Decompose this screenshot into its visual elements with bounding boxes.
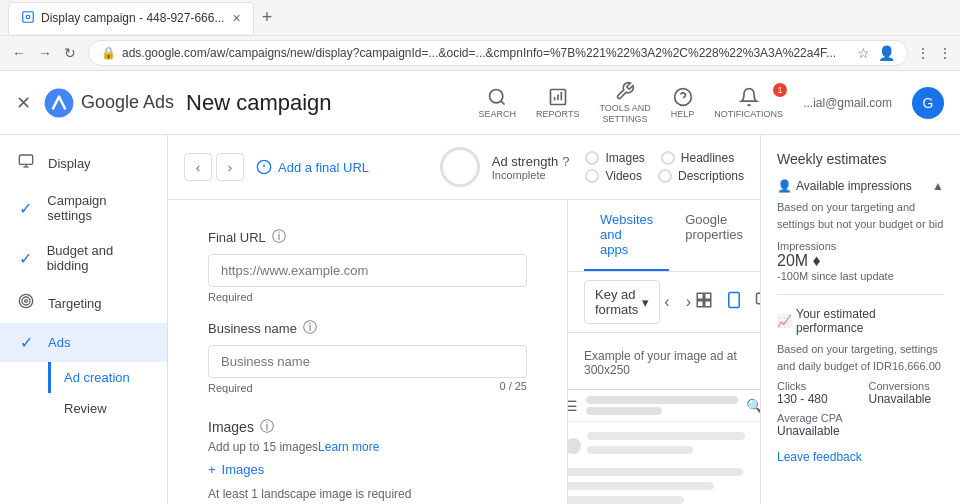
sidebar-sub-item-ad-creation[interactable]: Ad creation: [48, 362, 167, 393]
phone-preview: ☰ 🔍: [568, 389, 760, 504]
browser-tab[interactable]: Display campaign - 448-927-666... ×: [8, 2, 254, 34]
ad-strength-label: Ad strength: [492, 154, 559, 169]
next-step-button[interactable]: ›: [216, 153, 244, 181]
svg-rect-0: [23, 11, 34, 22]
images-info-icon[interactable]: ⓘ: [260, 418, 274, 436]
bookmark-icon[interactable]: ☆: [857, 45, 870, 61]
info-icon: [256, 159, 272, 175]
notifications-nav-item[interactable]: 1 NOTIFICATIONS: [714, 87, 783, 119]
url-bar[interactable]: 🔒 ads.google.com/aw/campaigns/new/displa…: [88, 40, 908, 66]
preview-prev-button[interactable]: ‹: [660, 289, 673, 315]
sidebar-item-ads[interactable]: ✓ Ads: [0, 323, 167, 362]
business-name-input[interactable]: [208, 345, 527, 378]
person-icon: 👤: [777, 179, 792, 193]
sidebar-item-targeting[interactable]: Targeting: [0, 283, 167, 323]
forward-icon[interactable]: →: [34, 41, 56, 65]
mobile-view-icon[interactable]: [725, 291, 743, 313]
sidebar-sub-item-review[interactable]: Review: [48, 393, 167, 424]
clicks-stat: Clicks 130 - 480: [777, 380, 853, 406]
sidebar-item-display[interactable]: Display: [0, 143, 167, 183]
tools-nav-item[interactable]: TOOLS ANDSETTINGS: [599, 81, 650, 125]
business-name-count: 0 / 25: [499, 380, 527, 394]
phone-search-icon: 🔍: [746, 398, 760, 414]
phone-line-2: [586, 407, 662, 415]
reload-icon[interactable]: ↻: [60, 41, 80, 65]
key-ad-formats-dropdown[interactable]: Key ad formats ▾: [584, 280, 660, 324]
profile-icon[interactable]: 👤: [878, 45, 895, 61]
phone-line-1: [586, 396, 738, 404]
add-url-link[interactable]: Add a final URL: [256, 159, 369, 175]
preview-tabs: Websites and apps Google properties: [568, 200, 760, 272]
final-url-info-icon[interactable]: ⓘ: [272, 228, 286, 246]
campaign-settings-icon: ✓: [16, 199, 35, 218]
new-tab-button[interactable]: +: [254, 7, 281, 28]
svg-point-15: [22, 297, 30, 305]
strength-option-videos: Videos: [585, 169, 641, 183]
conversions-label: Conversions: [869, 380, 945, 392]
phone-content-line-4: [568, 482, 714, 490]
key-ad-formats-label: Key ad formats: [595, 287, 638, 317]
sidebar-item-campaign-settings[interactable]: ✓ Campaign settings: [0, 183, 167, 233]
tab-close-icon[interactable]: ×: [232, 10, 240, 26]
preview-toolbar: Key ad formats ▾ ‹ ›: [568, 272, 760, 333]
collapse-icon[interactable]: ▲: [932, 179, 944, 193]
prev-step-button[interactable]: ‹: [184, 153, 212, 181]
close-app-icon[interactable]: ✕: [16, 92, 31, 114]
clicks-value: 130 - 480: [777, 392, 853, 406]
extension-icon[interactable]: ⋮: [916, 45, 930, 61]
business-name-section: Business name ⓘ Required 0 / 25: [188, 311, 547, 410]
final-url-label: Final URL: [208, 230, 266, 245]
final-url-required: Required: [208, 291, 527, 303]
add-images-button[interactable]: + Images: [208, 462, 527, 477]
search-nav-item[interactable]: SEARCH: [479, 87, 517, 119]
svg-point-1: [26, 15, 30, 19]
sidebar-item-label-campaign-settings: Campaign settings: [47, 193, 151, 223]
phone-content-circle: [568, 438, 581, 454]
tab-websites-apps[interactable]: Websites and apps: [584, 200, 669, 271]
sidebar-sub-menu: Ad creation Review: [0, 362, 167, 424]
sidebar: Display ✓ Campaign settings ✓ Budget and…: [0, 135, 168, 504]
tab-google-properties[interactable]: Google properties: [669, 200, 759, 271]
learn-more-link[interactable]: Learn more: [318, 440, 379, 454]
brand-name: Google Ads: [81, 92, 174, 113]
ad-strength-section: Ad strength ? Incomplete: [440, 147, 570, 187]
available-impressions-body: Based on your targeting and settings but…: [777, 199, 944, 232]
phone-content-line-2: [587, 446, 693, 454]
preview-device-icons: [695, 291, 760, 313]
clicks-label: Clicks: [777, 380, 853, 392]
strength-headlines-label: Headlines: [681, 151, 734, 165]
reports-nav-item[interactable]: REPORTS: [536, 87, 579, 119]
help-nav-item[interactable]: HELP: [671, 87, 695, 119]
section-divider: [777, 294, 944, 295]
phone-menu-icon: ☰: [568, 398, 578, 414]
avg-cpa-value: Unavailable: [777, 424, 944, 438]
radio-videos: [585, 169, 599, 183]
impressions-delta: -100M since last update: [777, 270, 944, 282]
business-name-required: Required: [208, 382, 253, 394]
menu-icon[interactable]: ⋮: [938, 45, 952, 61]
phone-content-line-1: [587, 432, 745, 440]
images-requirements: At least 1 landscape image is required A…: [208, 485, 527, 504]
sidebar-item-budget[interactable]: ✓ Budget and bidding: [0, 233, 167, 283]
final-url-section: Final URL ⓘ Required: [188, 216, 547, 311]
weekly-estimates-title: Weekly estimates: [777, 151, 944, 167]
leave-feedback-link[interactable]: Leave feedback: [777, 450, 944, 464]
svg-rect-22: [697, 301, 703, 307]
phone-content-line-3: [568, 468, 743, 476]
business-name-info-icon[interactable]: ⓘ: [303, 319, 317, 337]
grid-view-icon[interactable]: [695, 291, 713, 313]
lock-icon: 🔒: [101, 46, 116, 60]
user-avatar[interactable]: G: [912, 87, 944, 119]
phone-content-line-5: [568, 496, 684, 504]
preview-next-button[interactable]: ›: [682, 289, 695, 315]
step-header: ‹ › Add a final URL Ad strength ?: [168, 135, 760, 200]
final-url-input[interactable]: [208, 254, 527, 287]
strength-option-descriptions: Descriptions: [658, 169, 744, 183]
strength-descriptions-label: Descriptions: [678, 169, 744, 183]
avg-cpa-label: Average CPA: [777, 412, 944, 424]
phone-content: [568, 422, 760, 504]
ad-strength-info-icon[interactable]: ?: [562, 154, 569, 169]
back-icon[interactable]: ←: [8, 41, 30, 65]
estimated-performance-section: 📈 Your estimated performance Based on yo…: [777, 307, 944, 438]
images-label: Images: [208, 419, 254, 435]
